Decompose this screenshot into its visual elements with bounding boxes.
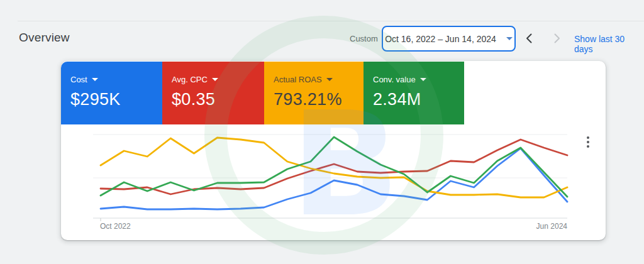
dropdown-caret-icon — [92, 78, 98, 81]
metric-card-conv-value[interactable]: Conv. value 2.34M — [364, 62, 464, 124]
metric-value: 2.34M — [373, 90, 464, 109]
overview-page: Overview Custom Oct 16, 2022 – Jun 14, 2… — [0, 0, 644, 264]
metric-dropdown-actual-roas[interactable]: Actual ROAS — [274, 75, 364, 84]
metric-label: Cost — [70, 75, 87, 84]
previous-period-button[interactable] — [523, 32, 536, 45]
date-range-text: Oct 16, 2022 – Jun 14, 2024 — [385, 34, 496, 44]
metric-value: $0.35 — [172, 90, 264, 109]
metric-label: Conv. value — [373, 75, 416, 84]
chart-canvas[interactable] — [61, 126, 606, 240]
show-last-30-days-link[interactable]: Show last 30 days — [574, 34, 644, 54]
dropdown-caret-icon — [326, 78, 333, 81]
dropdown-caret-icon — [506, 37, 513, 40]
date-range-selector[interactable]: Oct 16, 2022 – Jun 14, 2024 — [382, 26, 516, 52]
dropdown-caret-icon — [212, 78, 218, 81]
metric-card-avg-cpc[interactable]: Avg. CPC $0.35 — [162, 62, 264, 124]
metric-value: 793.21% — [274, 90, 364, 109]
metric-label: Avg. CPC — [172, 75, 208, 84]
header-divider — [18, 21, 644, 21]
x-axis-start-label: Oct 2022 — [100, 222, 131, 231]
metric-dropdown-conv-value[interactable]: Conv. value — [373, 75, 464, 84]
chevron-right-icon — [550, 32, 563, 45]
metric-cards-row: Cost $295K Avg. CPC $0.35 Actual ROAS 79… — [61, 62, 464, 124]
metric-card-cost[interactable]: Cost $295K — [61, 62, 162, 124]
metrics-line-chart[interactable]: Oct 2022 Jun 2024 — [61, 126, 606, 240]
next-period-button[interactable] — [550, 32, 563, 45]
metric-card-actual-roas[interactable]: Actual ROAS 793.21% — [264, 62, 364, 124]
overview-card-panel: Cost $295K Avg. CPC $0.35 Actual ROAS 79… — [61, 61, 606, 240]
metric-dropdown-cost[interactable]: Cost — [70, 75, 162, 84]
chevron-left-icon — [523, 32, 536, 45]
metric-value: $295K — [70, 90, 162, 109]
metric-label: Actual ROAS — [274, 75, 322, 84]
date-range-type-label: Custom — [350, 34, 378, 43]
metric-dropdown-avg-cpc[interactable]: Avg. CPC — [172, 75, 264, 84]
x-axis-end-label: Jun 2024 — [536, 222, 567, 231]
page-title: Overview — [19, 31, 70, 45]
dropdown-caret-icon — [420, 78, 426, 81]
